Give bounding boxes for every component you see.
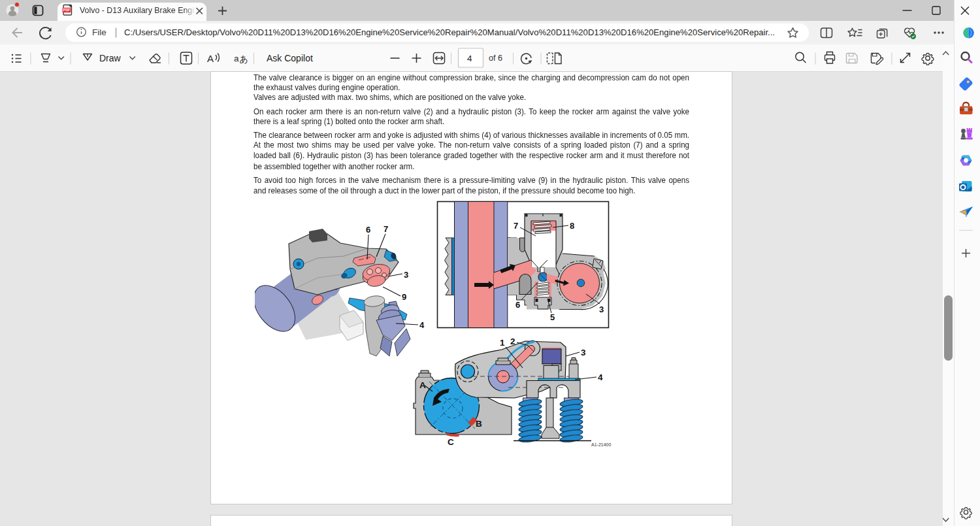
svg-text:3: 3 xyxy=(404,270,408,280)
svg-text:2: 2 xyxy=(510,337,515,346)
svg-text:3: 3 xyxy=(599,304,604,314)
svg-text:8: 8 xyxy=(570,221,574,231)
svg-text:7: 7 xyxy=(514,221,518,231)
svg-text:あ: あ xyxy=(240,54,248,64)
svg-text:9: 9 xyxy=(402,292,406,302)
svg-text:A1-21400: A1-21400 xyxy=(591,442,611,447)
svg-text:B: B xyxy=(476,419,482,429)
svg-text:6: 6 xyxy=(515,300,520,310)
svg-text:4: 4 xyxy=(467,54,472,63)
svg-text:4: 4 xyxy=(598,372,603,382)
svg-text:A: A xyxy=(207,53,214,64)
svg-text:5: 5 xyxy=(550,312,555,322)
svg-text:3: 3 xyxy=(581,348,586,357)
svg-text:1: 1 xyxy=(500,338,505,348)
svg-text:C: C xyxy=(448,437,454,447)
svg-text:PDF: PDF xyxy=(63,8,71,12)
svg-text:7: 7 xyxy=(384,224,388,234)
svg-text:6: 6 xyxy=(366,225,370,235)
svg-text:a: a xyxy=(234,54,239,63)
svg-text:4: 4 xyxy=(419,320,425,330)
svg-text:A: A xyxy=(419,380,426,390)
